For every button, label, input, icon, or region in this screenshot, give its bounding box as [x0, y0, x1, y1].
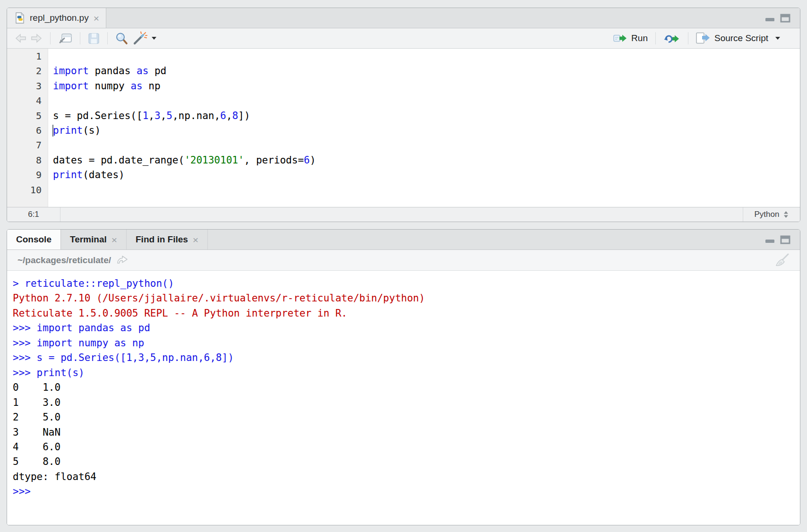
- code-line[interactable]: 10: [7, 183, 800, 197]
- source-script-label: Source Script: [714, 33, 768, 43]
- text-cursor: [52, 125, 53, 137]
- run-icon: [613, 34, 627, 43]
- rerun-icon[interactable]: [663, 33, 680, 43]
- console-pane: ConsoleTerminal×Find in Files× ~/package…: [7, 229, 800, 525]
- console-line: 2 5.0: [13, 410, 800, 425]
- code-line[interactable]: 2import pandas as pd: [7, 64, 800, 78]
- minimize-icon[interactable]: [764, 235, 776, 244]
- tab-terminal[interactable]: Terminal×: [61, 230, 127, 249]
- close-icon[interactable]: ×: [193, 235, 198, 245]
- code-line[interactable]: 7: [7, 138, 800, 153]
- source-script-button[interactable]: Source Script: [696, 32, 768, 44]
- open-in-new-window-icon[interactable]: [58, 32, 72, 44]
- console-line: Python 2.7.10 (/Users/jjallaire/.virtual…: [13, 291, 800, 306]
- source-dropdown-caret-icon[interactable]: [775, 37, 780, 40]
- toolbar-separator: [50, 32, 51, 44]
- tab-title: repl_python.py: [30, 13, 89, 23]
- close-icon[interactable]: ×: [94, 13, 99, 23]
- console-line: Reticulate 1.5.0.9005 REPL -- A Python i…: [13, 306, 800, 321]
- run-button[interactable]: Run: [613, 33, 648, 43]
- code-text: import pandas as pd: [48, 64, 166, 78]
- console-line: dtype: float64: [13, 470, 800, 484]
- editor-statusbar: 6:1 Python: [7, 207, 800, 222]
- working-directory: ~/packages/reticulate/: [17, 255, 111, 266]
- line-number[interactable]: 9: [7, 168, 48, 182]
- line-number[interactable]: 3: [7, 79, 48, 94]
- code-line[interactable]: 4: [7, 94, 800, 108]
- line-number[interactable]: 1: [7, 49, 48, 64]
- console-line: >>> print(s): [13, 366, 800, 380]
- code-text: [48, 183, 53, 197]
- line-number[interactable]: 2: [7, 64, 48, 78]
- code-line[interactable]: 3import numpy as np: [7, 79, 800, 94]
- back-icon[interactable]: [15, 33, 27, 44]
- toolbar-separator: [80, 32, 80, 44]
- code-text: [48, 138, 53, 153]
- tab-label: Find in Files: [136, 234, 188, 245]
- maximize-icon[interactable]: [780, 235, 790, 244]
- code-line[interactable]: 9print(dates): [7, 168, 800, 182]
- tab-repl-python[interactable]: repl_python.py ×: [7, 8, 106, 28]
- code-line[interactable]: 6print(s): [7, 123, 800, 138]
- code-line[interactable]: 1: [7, 49, 800, 64]
- toolbar-separator: [688, 32, 688, 44]
- tab-label: Terminal: [70, 234, 107, 245]
- code-text: [48, 94, 53, 108]
- code-text: dates = pd.date_range('20130101', period…: [48, 153, 316, 168]
- tab-console[interactable]: Console: [7, 230, 61, 249]
- language-label: Python: [755, 210, 780, 219]
- save-icon[interactable]: [88, 33, 100, 44]
- code-text: s = pd.Series([1,3,5,np.nan,6,8]): [48, 109, 250, 123]
- toolbar-separator: [655, 32, 656, 44]
- clear-console-icon[interactable]: [774, 253, 790, 268]
- tab-label: Console: [16, 234, 52, 245]
- console-line: >>> s = pd.Series([1,3,5,np.nan,6,8]): [13, 351, 800, 365]
- console-tabs: ConsoleTerminal×Find in Files×: [7, 230, 208, 249]
- code-text: import numpy as np: [48, 79, 161, 94]
- cursor-position: 6:1: [7, 207, 60, 222]
- tab-find-in-files[interactable]: Find in Files×: [127, 230, 208, 249]
- run-label: Run: [631, 33, 648, 43]
- code-lines: 12import pandas as pd3import numpy as np…: [7, 49, 800, 197]
- code-area[interactable]: 12import pandas as pd3import numpy as np…: [7, 49, 800, 207]
- line-number[interactable]: 4: [7, 94, 48, 108]
- editor-toolbar: Run Source Script: [7, 28, 800, 49]
- console-line: >>>: [13, 484, 800, 499]
- console-line: 0 1.0: [13, 380, 800, 395]
- search-icon[interactable]: [115, 32, 128, 45]
- python-file-icon: [15, 12, 25, 24]
- code-tools-wand-icon[interactable]: [131, 31, 147, 45]
- toolbar-separator: [107, 32, 108, 44]
- console-line: >>> import pandas as pd: [13, 321, 800, 335]
- console-line: 3 NaN: [13, 425, 800, 440]
- code-line[interactable]: 8dates = pd.date_range('20130101', perio…: [7, 153, 800, 168]
- close-icon[interactable]: ×: [112, 235, 117, 245]
- line-number[interactable]: 10: [7, 183, 48, 197]
- line-number[interactable]: 6: [7, 123, 48, 138]
- console-line: 5 8.0: [13, 455, 800, 469]
- minimize-icon[interactable]: [764, 14, 776, 22]
- language-selector[interactable]: Python: [743, 207, 800, 222]
- code-text: [48, 49, 53, 64]
- line-number[interactable]: 8: [7, 153, 48, 168]
- working-directory-bar: ~/packages/reticulate/: [7, 250, 800, 271]
- statusbar-spacer: [60, 207, 743, 222]
- maximize-icon[interactable]: [780, 14, 790, 23]
- rstudio-window: repl_python.py ×: [0, 0, 807, 532]
- console-line: 4 6.0: [13, 440, 800, 455]
- wand-dropdown-caret-icon[interactable]: [152, 37, 156, 40]
- code-line[interactable]: 5s = pd.Series([1,3,5,np.nan,6,8]): [7, 109, 800, 123]
- code-text: print(dates): [48, 168, 125, 182]
- line-number[interactable]: 7: [7, 138, 48, 153]
- forward-icon[interactable]: [30, 33, 43, 44]
- console-tab-bar: ConsoleTerminal×Find in Files×: [7, 230, 800, 250]
- goto-directory-icon[interactable]: [116, 255, 129, 265]
- line-number[interactable]: 5: [7, 109, 48, 123]
- console-line: > reticulate::repl_python(): [13, 276, 800, 291]
- console-line: 1 3.0: [13, 395, 800, 410]
- language-spinner-icon: [783, 211, 789, 218]
- editor-tab-bar: repl_python.py ×: [7, 8, 800, 28]
- console-output[interactable]: > reticulate::repl_python()Python 2.7.10…: [7, 271, 800, 525]
- source-editor-pane: repl_python.py ×: [7, 8, 800, 222]
- source-script-icon: [696, 32, 711, 44]
